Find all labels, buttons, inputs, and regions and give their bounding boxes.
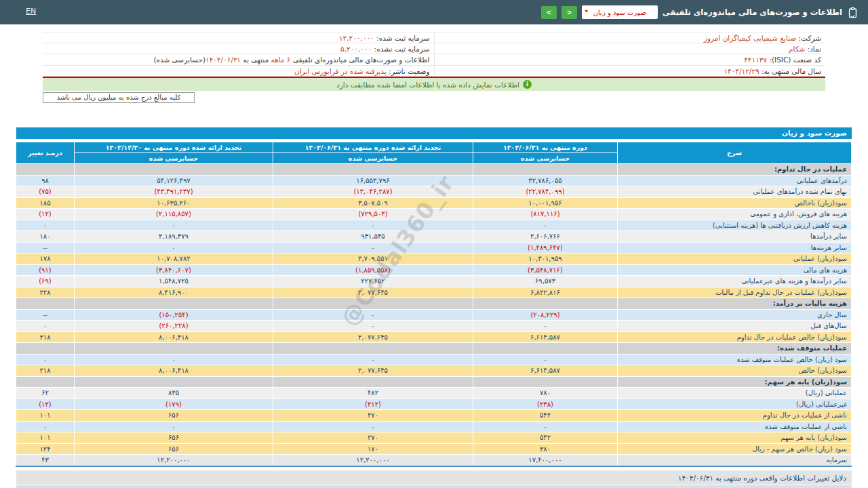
cell-value: ۶,۶۱۴,۵۸۷ (473, 365, 618, 377)
row-label: هزینه کاهش ارزش دریافتنی ها (هزینه استثن… (618, 220, 852, 231)
topbar-controls: اطلاعات و صورت‌های مالی میاندوره‌ای تلفی… (541, 0, 859, 24)
cell-value: ۲۲۷,۶۵۲ (273, 276, 473, 287)
company-info-cell: اطلاعات و صورت‌های مالی میاندوره‌ای تلفی… (43, 54, 434, 65)
row-label: ناشی از عملیات در حال تداوم (618, 410, 852, 422)
next-statement-button[interactable]: > (561, 6, 577, 19)
cell-value: (۱,۴۸۹,۶۴۷) (473, 242, 618, 253)
cell-value: (۱۷۹) (75, 399, 273, 410)
info-value: شکام (789, 45, 805, 53)
cell-value: ۰ (273, 242, 473, 253)
table-row: هزینه های فروش، اداری و عمومی(۸۱۷,۱۱۶)(۷… (16, 209, 852, 220)
table-row: درآمدهای عملیاتی۳۲,۷۸۶,۰۵۵۱۶,۵۵۳,۷۹۶۵۴,۱… (16, 175, 852, 186)
company-info-cell: وضعیت ناشر: پذیرفته شده در فرابورس ایران (43, 66, 434, 77)
cell-value: ۸,۰۰۶,۴۱۸ (75, 365, 273, 377)
col-subheader-audited-1: حسابرسی شده (473, 153, 618, 164)
cell-value: ۲۷۰ (273, 432, 473, 444)
row-label: هزینه های مالی (618, 264, 852, 276)
company-info: شرکت: صنایع شیمیایی کیمیاگران امروزسرمای… (43, 32, 825, 77)
cell-value (75, 164, 273, 176)
table-row: سود(زیان) پایه هر سهم۵۴۲۲۷۰۶۵۶۱۰۱ (16, 432, 852, 444)
cell-value: (۲۱۲) (273, 399, 473, 410)
row-label: عملیات متوقف شده: (618, 343, 852, 354)
info-value: صنایع شیمیایی کیمیاگران امروز (704, 34, 796, 42)
cell-value: (۴۳,۴۹۱,۲۳۷) (75, 186, 273, 198)
cell-value: (۷۲۹,۵۰۳) (273, 209, 473, 220)
language-toggle-en[interactable]: EN (26, 7, 36, 16)
row-label: عملیات در حال تداوم: (618, 164, 852, 176)
pct-value (16, 376, 75, 388)
cell-value: ۰ (273, 321, 473, 332)
company-info-row: سال مالی منتهی به: ۱۴۰۴/۱۲/۲۹وضعیت ناشر:… (43, 66, 825, 77)
table-row: سرمایه۱۷,۴۰۰,۰۰۰۱۲,۲۰۰,۰۰۰۱۲,۲۰۰,۰۰۰۴۳ (16, 455, 852, 466)
cell-value (273, 298, 473, 310)
info-value: ۴۴۱۱۳۷ (744, 56, 767, 64)
cell-value (75, 298, 273, 310)
row-label: سال جاری (618, 309, 852, 321)
pct-value: ۰ (16, 354, 75, 365)
row-label: سود (زیان) خالص عملیات متوقف شده (618, 354, 852, 365)
cell-value: ۶,۶۱۴,۵۸۷ (473, 331, 618, 343)
cell-value: ۱,۵۴۸,۷۲۵ (75, 276, 273, 287)
pct-value: -- (16, 309, 75, 321)
cell-value: ۸,۴۱۶,۹۰۰ (75, 287, 273, 298)
cell-value: ۰ (75, 242, 273, 253)
col-header-period-current: دوره منتهی به ۱۴۰۴/۰۶/۳۱ (473, 142, 618, 153)
cell-value: ۰ (473, 354, 618, 365)
cell-value: ۰ (75, 421, 273, 432)
info-value: ۶ ماهه (271, 56, 290, 64)
row-label: ناشی از عملیات متوقف شده (618, 421, 852, 432)
pct-value (16, 343, 75, 354)
pct-value: ۱۷۸ (16, 253, 75, 265)
company-info-cell: نماد: شکام (434, 43, 826, 54)
table-row: سایر درآمدها۲,۶۰۶,۷۶۶۹۳۱,۵۴۵۲,۱۸۹,۳۷۹۱۸۰ (16, 231, 852, 243)
info-label: سرمایه ثبت نشده: (372, 45, 429, 53)
cell-value: ۵۴۲ (473, 410, 618, 422)
table-row: غیرعملیاتی (ریال)(۲۳۸)(۲۱۲)(۱۷۹)(۱۲) (16, 399, 852, 410)
prev-statement-button[interactable]: < (541, 6, 557, 19)
cell-value: ۸,۰۰۶,۴۱۸ (75, 331, 273, 343)
table-row: ناشی از عملیات در حال تداوم۵۴۲۲۷۰۶۵۶۱۰۱ (16, 410, 852, 422)
table-row: ناشی از عملیات متوقف شده۰۰۰۰ (16, 421, 852, 432)
pct-value: -- (16, 242, 75, 253)
codal-page: EN اطلاعات و صورت‌های مالی میاندوره‌ای ت… (0, 0, 868, 488)
company-info-row: کد صنعت (ISIC): ۴۴۱۱۳۷اطلاعات و صورت‌های… (43, 54, 825, 66)
pct-value: ۰ (16, 220, 75, 231)
cell-value: ۶۹,۵۷۳ (473, 276, 618, 287)
col-subheader-audited-3: حسابرسی شده (75, 153, 273, 164)
row-label: سود(زیان) عملیات در حال تداوم قبل از مال… (618, 287, 852, 298)
cell-value: ۴۸۲ (273, 388, 473, 399)
income-statement-table: شرح دوره منتهی به ۱۴۰۴/۰۶/۳۱ تجدید ارائه… (16, 142, 852, 467)
company-info-cell: سرمایه ثبت شده: ۱۲,۲۰۰,۰۰۰ (43, 33, 434, 43)
info-label: کد صنعت (ISIC): (767, 56, 821, 64)
cell-value: ۱۷,۴۰۰,۰۰۰ (473, 455, 618, 466)
company-info-row: شرکت: صنایع شیمیایی کیمیاگران امروزسرمای… (43, 32, 825, 43)
info-label: اطلاعات و صورت‌های مالی میاندوره‌ای تلفی… (290, 56, 429, 64)
pct-value: ۶۲ (16, 388, 75, 399)
row-label: سال‌های قبل (618, 321, 852, 332)
cell-value: ۶۵۶ (75, 410, 273, 422)
info-value: ۱۴۰۴/۱۲/۲۹ (724, 67, 759, 75)
cell-value: ۱۲,۲۰۰,۰۰۰ (75, 455, 273, 466)
pct-value: ۱۲۴ (16, 443, 75, 455)
cell-value: ۰ (273, 309, 473, 321)
cell-value: ۲۷۰ (273, 410, 473, 422)
table-row: سود(زیان) ناخالص۱۰,۰۰۱,۹۵۶۳,۵۰۷,۵۰۹۱۰,۶۳… (16, 197, 852, 209)
cell-value: ۱۰,۰۰۱,۹۵۶ (473, 197, 618, 209)
company-info-cell: سال مالی منتهی به: ۱۴۰۴/۱۲/۲۹ (434, 66, 826, 77)
table-row: سود (زیان) خالص عملیات متوقف شده۰۰۰۰ (16, 354, 852, 365)
cell-value: (۱۳,۰۴۶,۲۸۷) (273, 186, 473, 198)
info-icon: i (523, 80, 532, 89)
cell-value: ۳۲,۷۸۶,۰۵۵ (473, 175, 618, 186)
pct-value: ۲۲۸ (16, 287, 75, 298)
pct-value (16, 164, 75, 176)
info-label: وضعیت ناشر: (387, 67, 429, 75)
info-value: ۱۴۰۴/۰۶/۳۱ (205, 56, 241, 64)
info-label: سال مالی منتهی به: (760, 67, 821, 75)
statement-select[interactable]: ▾ صورت سود و زیان (582, 5, 658, 19)
info-label: (حسابرسی شده) (153, 56, 205, 64)
next-table-strip (16, 485, 852, 488)
cell-value: ۰ (473, 321, 618, 332)
col-header-pct-change: درصد تغییر (16, 142, 75, 164)
row-label: درآمدهای عملیاتی (618, 175, 852, 186)
cell-value: ۰ (473, 421, 618, 432)
